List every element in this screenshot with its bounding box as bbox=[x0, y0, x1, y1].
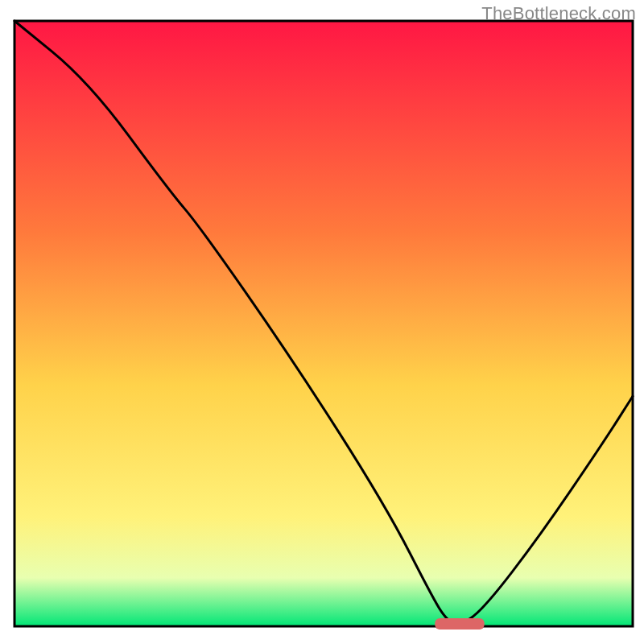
chart-svg bbox=[0, 0, 644, 644]
minimum-marker bbox=[435, 618, 484, 630]
watermark: TheBottleneck.com bbox=[481, 3, 636, 24]
